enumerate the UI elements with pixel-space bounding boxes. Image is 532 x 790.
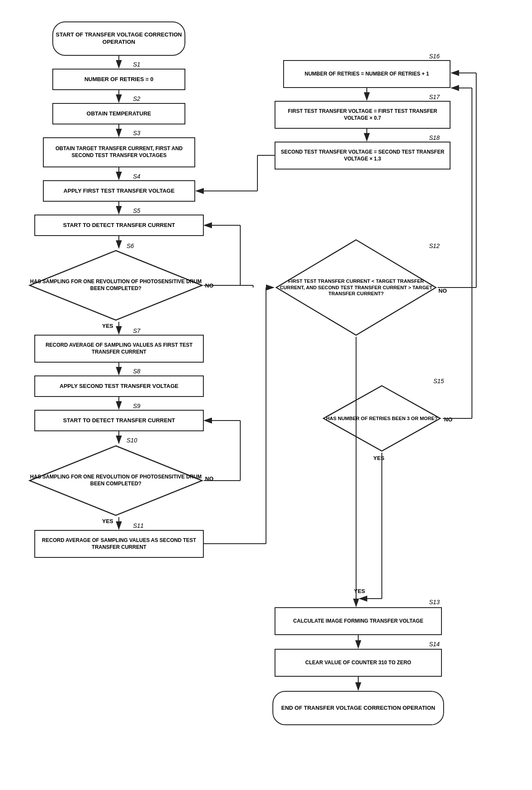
s8-label: APPLY SECOND TEST TRANSFER VOLTAGE [60,383,178,390]
end-shape: END OF TRANSFER VOLTAGE CORRECTION OPERA… [272,691,444,725]
s1-step-label: S1 [133,61,140,68]
s5-step-label: S5 [133,207,140,214]
s6-diamond: HAS SAMPLING FOR ONE REVOLUTION OF PHOTO… [28,249,204,322]
s8-shape: APPLY SECOND TEST TRANSFER VOLTAGE [34,375,204,397]
s13-step-label: S13 [429,599,440,605]
s4-step-label: S4 [133,173,140,180]
s6-yes-label: YES [102,323,113,329]
s16-step-label: S16 [429,53,440,60]
s18-label: SECOND TEST TRANSFER VOLTAGE = SECOND TE… [275,149,450,162]
s2-label: OBTAIN TEMPERATURE [87,110,151,118]
s2-step-label: S2 [133,95,140,102]
s16-label: NUMBER OF RETRIES = NUMBER OF RETRIES + … [305,71,429,78]
s10-yes-label: YES [102,518,113,524]
s9-shape: START TO DETECT TRANSFER CURRENT [34,410,204,431]
s18-step-label: S18 [429,134,440,141]
s15-no-label: NO [444,416,453,423]
s12-diamond: FIRST TEST TRANSFER CURRENT < TARGET TRA… [275,238,438,337]
s13-label: CALCULATE IMAGE FORMING TRANSFER VOLTAGE [293,618,423,625]
s6-no-label: NO [205,282,214,289]
s10-no-label: NO [205,475,214,482]
s3-label: OBTAIN TARGET TRANSFER CURRENT, FIRST AN… [44,145,194,159]
s9-label: START TO DETECT TRANSFER CURRENT [63,417,175,424]
s11-step-label: S11 [133,522,144,529]
s9-step-label: S9 [133,403,140,409]
s15-yes-label: YES [373,455,384,461]
s15-diamond: HAS NUMBER OF RETRIES BEEN 3 OR MORE? [322,384,442,453]
s7-shape: RECORD AVERAGE OF SAMPLING VALUES AS FIR… [34,335,204,363]
s4-shape: APPLY FIRST TEST TRANSFER VOLTAGE [43,180,195,202]
s14-label: CLEAR VALUE OF COUNTER 310 TO ZERO [305,660,411,666]
s7-label: RECORD AVERAGE OF SAMPLING VALUES AS FIR… [35,342,203,355]
end-label: END OF TRANSFER VOLTAGE CORRECTION OPERA… [281,705,435,712]
s10-step-label: S10 [127,437,137,444]
s8-step-label: S8 [133,368,140,375]
s4-label: APPLY FIRST TEST TRANSFER VOLTAGE [63,188,175,195]
s11-shape: RECORD AVERAGE OF SAMPLING VALUES AS SEC… [34,530,204,558]
s5-shape: START TO DETECT TRANSFER CURRENT [34,215,204,236]
s16-shape: NUMBER OF RETRIES = NUMBER OF RETRIES + … [283,60,450,88]
s2-shape: OBTAIN TEMPERATURE [52,103,185,124]
s17-shape: FIRST TEST TRANSFER VOLTAGE = FIRST TEST… [275,101,450,129]
s17-label: FIRST TEST TRANSFER VOLTAGE = FIRST TEST… [275,108,450,121]
s11-label: RECORD AVERAGE OF SAMPLING VALUES AS SEC… [35,537,203,551]
s15-label: HAS NUMBER OF RETRIES BEEN 3 OR MORE? [326,416,438,421]
s17-step-label: S17 [429,94,440,100]
s14-shape: CLEAR VALUE OF COUNTER 310 TO ZERO [275,649,442,677]
s3-shape: OBTAIN TARGET TRANSFER CURRENT, FIRST AN… [43,137,195,167]
s15-step-label: S15 [433,378,444,384]
s10-diamond: HAS SAMPLING FOR ONE REVOLUTION OF PHOTO… [28,444,204,517]
s18-shape: SECOND TEST TRANSFER VOLTAGE = SECOND TE… [275,142,450,170]
s5-label: START TO DETECT TRANSFER CURRENT [63,222,175,229]
s6-step-label: S6 [127,242,134,249]
s13-shape: CALCULATE IMAGE FORMING TRANSFER VOLTAGE [275,607,442,635]
s1-shape: NUMBER OF RETRIES = 0 [52,69,185,90]
s3-step-label: S3 [133,130,140,136]
s12-label: FIRST TEST TRANSFER CURRENT < TARGET TRA… [280,278,432,297]
s12-yes-label: YES [354,588,365,594]
s12-no-label: NO [438,288,447,294]
start-shape: START OF TRANSFER VOLTAGE CORRECTION OPE… [52,21,185,56]
s14-step-label: S14 [429,641,440,648]
start-label: START OF TRANSFER VOLTAGE CORRECTION OPE… [53,31,184,46]
s7-step-label: S7 [133,327,140,334]
s10-label: HAS SAMPLING FOR ONE REVOLUTION OF PHOTO… [30,474,202,487]
s6-label: HAS SAMPLING FOR ONE REVOLUTION OF PHOTO… [30,278,202,291]
s1-label: NUMBER OF RETRIES = 0 [85,76,154,83]
flowchart-diagram: START OF TRANSFER VOLTAGE CORRECTION OPE… [0,0,532,790]
